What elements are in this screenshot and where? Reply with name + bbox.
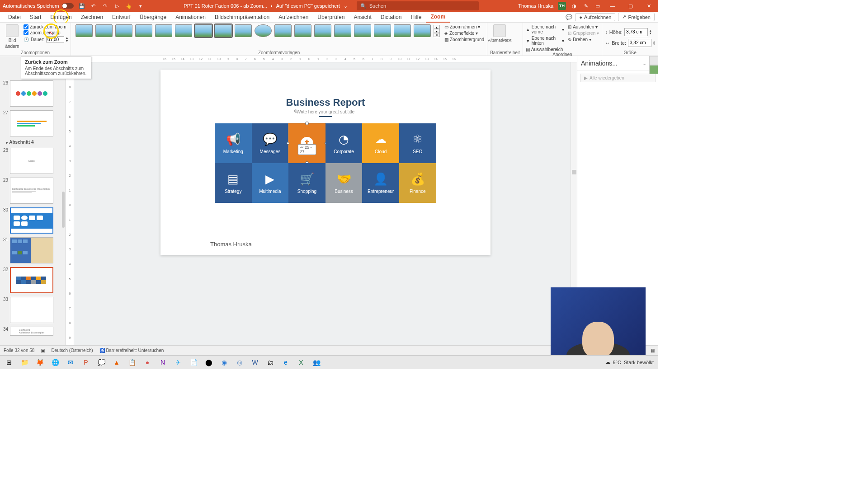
app-icon[interactable]: 💭 (94, 357, 108, 368)
redo-icon[interactable]: ↷ (102, 2, 109, 9)
undo-icon[interactable]: ↶ (90, 2, 97, 9)
powerpoint-icon[interactable]: P (79, 357, 93, 368)
tab-entwurf[interactable]: Entwurf (108, 12, 135, 23)
style-thumb[interactable] (95, 24, 113, 37)
style-thumb[interactable] (274, 24, 292, 37)
zurueck-zoom-checkbox[interactable]: Zurück zum Zoom (24, 24, 68, 29)
slide-subtitle[interactable]: ⊕Write here your great subtitle (160, 109, 491, 117)
spinner-icon[interactable]: ▴▾ (650, 29, 651, 35)
onenote-icon[interactable]: N (156, 357, 170, 368)
dauer-input[interactable] (46, 36, 64, 42)
slide-canvas[interactable]: Business Report ⊕Write here your great s… (160, 70, 491, 255)
tile-marketing[interactable]: 📢Marketing (215, 123, 252, 163)
chevron-down-icon[interactable]: ⌄ (344, 3, 348, 9)
slide-thumb-27[interactable] (10, 110, 53, 136)
minimize-button[interactable]: — (606, 1, 619, 10)
tile-business[interactable]: 🤝Business (326, 163, 363, 203)
tile-corporate[interactable]: ◔Corporate (326, 123, 363, 163)
teams-icon[interactable]: 👥 (309, 357, 324, 368)
slide-thumb-26[interactable] (10, 80, 53, 107)
scrollbar-thumb[interactable] (572, 170, 576, 174)
alttext-button[interactable]: Alternativtext (490, 24, 509, 42)
tab-einfuegen[interactable]: Einfügen (46, 12, 76, 23)
style-thumb[interactable] (414, 24, 431, 37)
tile-messages[interactable]: 💬Messages (252, 123, 289, 163)
style-thumb[interactable] (255, 24, 272, 37)
section-header[interactable]: Abschnitt 4 (0, 138, 66, 146)
breite-input[interactable] (628, 39, 651, 47)
zoomeffekte-button[interactable]: ◈ Zoomeffekte ▾ (444, 31, 484, 36)
tile-finance[interactable]: 💰Finance (399, 163, 436, 203)
maximize-button[interactable]: ▢ (624, 1, 637, 10)
tile-seo[interactable]: ⚛SEO (399, 123, 436, 163)
scrollbar-thumb[interactable] (62, 192, 65, 228)
tile-shopping[interactable]: 🛒Shopping (288, 163, 326, 203)
spell-check-icon[interactable]: ▣ (41, 348, 45, 353)
slide-thumb-31[interactable] (10, 237, 53, 263)
save-icon[interactable]: 💾 (78, 2, 85, 9)
slide-thumb-34[interactable]: DashboardKaffeehaus Businessplan (10, 327, 53, 336)
accessibility-status[interactable]: ♿ Barrierefreiheit: Untersuchen (99, 348, 164, 353)
style-thumb[interactable] (135, 24, 152, 37)
tab-ueberpruefen[interactable]: Überprüfen (313, 12, 349, 23)
search-box[interactable]: 🔍 (357, 1, 479, 10)
tab-ansicht[interactable]: Ansicht (349, 12, 376, 23)
normal-view-icon[interactable]: ▦ (651, 348, 655, 353)
slide-thumb-30[interactable] (10, 207, 53, 234)
tile-zoom[interactable]: t↩ 25 - 27 (288, 123, 326, 163)
excel-icon[interactable]: X (294, 357, 308, 368)
tab-datei[interactable]: Datei (4, 12, 25, 23)
style-thumb[interactable] (215, 24, 232, 37)
slide-thumb-33[interactable] (10, 297, 53, 323)
app-icon[interactable]: 🗂 (263, 357, 278, 368)
style-thumb[interactable] (115, 24, 132, 37)
ausrichten-button[interactable]: ⊞ Ausrichten ▾ (568, 24, 599, 29)
tab-aufzeichnen[interactable]: Aufzeichnen (274, 12, 313, 23)
display-icon[interactable]: ▭ (594, 2, 601, 9)
style-thumb[interactable] (374, 24, 391, 37)
style-thumb[interactable] (334, 24, 351, 37)
style-thumb[interactable] (195, 24, 212, 37)
style-thumb[interactable] (75, 24, 93, 37)
firefox-icon[interactable]: 🦊 (33, 357, 47, 368)
language-status[interactable]: Deutsch (Österreich) (51, 348, 93, 353)
auswahlbereich-button[interactable]: ▤ Auswahlbereich (526, 47, 564, 52)
word-icon[interactable]: W (248, 357, 262, 368)
side-tab[interactable] (649, 65, 658, 74)
search-input[interactable] (369, 3, 475, 9)
spinner-icon[interactable]: ▴▾ (653, 40, 655, 46)
chrome-icon[interactable]: 🌐 (48, 357, 62, 368)
zoomhintergrund-button[interactable]: ▨ Zoomhintergrund (444, 37, 484, 42)
slide-thumb-32[interactable] (10, 267, 53, 293)
from-beginning-icon[interactable]: ▷ (113, 2, 121, 9)
obs-icon[interactable]: ⬤ (202, 357, 216, 368)
tab-hilfe[interactable]: Hilfe (406, 12, 426, 23)
side-tab[interactable] (649, 56, 658, 65)
app-icon[interactable]: 📄 (186, 357, 201, 368)
comments-icon[interactable]: 💬 (566, 14, 572, 20)
tab-zeichnen[interactable]: Zeichnen (76, 12, 108, 23)
vlc-icon[interactable]: ▲ (109, 357, 124, 368)
style-thumb[interactable] (314, 24, 331, 37)
style-thumb[interactable] (354, 24, 371, 37)
style-thumb[interactable] (155, 24, 172, 37)
app-icon[interactable]: ◉ (217, 357, 231, 368)
touch-mode-icon[interactable]: 👆 (125, 2, 132, 9)
pen-icon[interactable]: ✎ (582, 2, 590, 9)
tile-cloud[interactable]: ☁Cloud (362, 123, 399, 163)
slide-thumb-28[interactable]: Ende (10, 148, 53, 174)
freigeben-button[interactable]: ↗Freigeben (618, 13, 655, 21)
ebene-vorne-button[interactable]: ▲ Ebene nach vorne ▾ (526, 24, 564, 34)
style-thumb[interactable] (294, 24, 311, 37)
play-all-button[interactable]: ▶ Alle wiedergeben (580, 74, 656, 82)
outlook-icon[interactable]: ✉ (63, 357, 78, 368)
chevron-down-icon[interactable]: ⌄ (641, 61, 648, 66)
qat-more-icon[interactable]: ▾ (137, 2, 144, 9)
explorer-icon[interactable]: 📁 (17, 357, 32, 368)
slide-thumb-29[interactable]: Dashboard bastomende Präsentation (10, 178, 53, 204)
tab-dictation[interactable]: Dictation (376, 12, 406, 23)
tile-multimedia[interactable]: ▶Multimedia (252, 163, 289, 203)
spinner-icon[interactable]: ▴▾ (66, 36, 68, 42)
aufzeichnen-button[interactable]: ●Aufzeichnen (575, 13, 615, 21)
tile-strategy[interactable]: ▤Strategy (215, 163, 252, 203)
